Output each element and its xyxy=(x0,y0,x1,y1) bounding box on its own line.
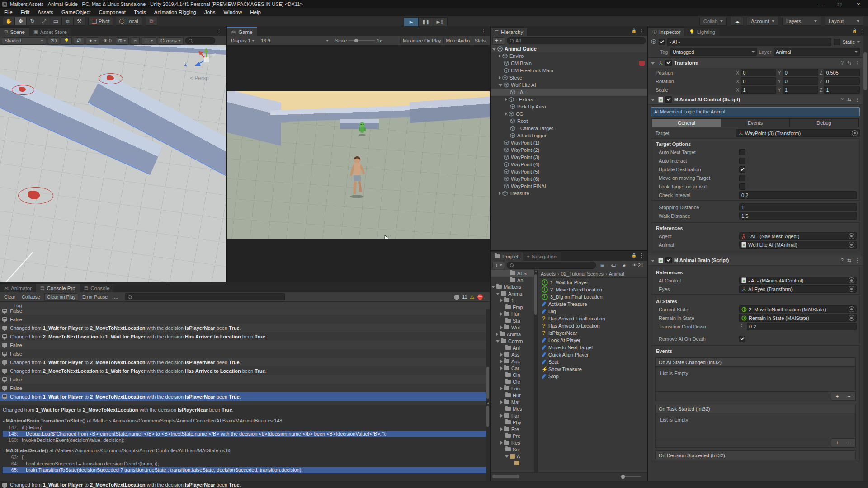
transform-position-z[interactable]: 0.505 xyxy=(824,69,860,76)
fold-arrow-icon[interactable] xyxy=(505,112,507,116)
project-file[interactable]: 2_MoveToNextLocation xyxy=(538,286,647,293)
tab-debug[interactable]: Debug xyxy=(790,119,859,127)
custom-tool-button[interactable]: ⚒ xyxy=(73,17,85,26)
help-icon[interactable]: ? xyxy=(841,258,844,263)
account-dropdown[interactable]: Account xyxy=(747,17,778,26)
fold-arrow-icon[interactable] xyxy=(492,48,496,51)
hierarchy-item[interactable]: - Extras - xyxy=(491,96,647,103)
hierarchy-item[interactable]: Wolf Lite AI xyxy=(491,81,647,89)
console-log-row[interactable]: False xyxy=(0,375,486,384)
project-tree-scrollbar[interactable]: ▲ xyxy=(534,270,538,473)
object-picker-icon[interactable] xyxy=(852,130,858,136)
transform-position-x[interactable]: 0 xyxy=(741,69,776,76)
fold-arrow-icon[interactable] xyxy=(505,455,509,458)
transform-tool-button[interactable]: ⧈ xyxy=(61,17,73,26)
object-picker-icon[interactable] xyxy=(849,233,854,239)
scene-lighting-toggle[interactable]: 💡 xyxy=(61,37,71,45)
fold-arrow-icon[interactable] xyxy=(500,387,503,390)
layers-dropdown[interactable]: Layers xyxy=(782,17,821,26)
search-by-label-icon[interactable]: 🏷 xyxy=(609,262,618,269)
source-code-line[interactable]: 147:if (debug) xyxy=(3,424,486,431)
remove-button[interactable]: − xyxy=(843,439,855,447)
object-picker-icon[interactable] xyxy=(849,286,854,292)
option-look-target-on-arrival-checkbox[interactable] xyxy=(739,183,745,190)
project-create-dropdown[interactable]: + xyxy=(492,262,505,269)
rect-tool-button[interactable]: ▭ xyxy=(50,17,61,26)
status-bar[interactable]: Changed from 1_Wait for Player to 2_Move… xyxy=(0,481,868,488)
tab-scene[interactable]: ⊞ Scene xyxy=(0,27,29,36)
scene-search-input[interactable] xyxy=(185,37,215,44)
fold-arrow-icon[interactable] xyxy=(505,98,507,101)
hierarchy-item[interactable]: - AI - xyxy=(491,89,647,96)
game-button-stats[interactable]: Stats xyxy=(472,38,488,44)
menu-tools[interactable]: Tools xyxy=(130,9,150,15)
hierarchy-item[interactable]: Steve xyxy=(491,74,647,81)
project-folder-item[interactable]: Hur xyxy=(491,310,538,317)
fold-arrow-icon[interactable] xyxy=(500,360,503,363)
hierarchy-item[interactable]: Treasure xyxy=(491,190,647,197)
stopping-distance-field[interactable]: 1 xyxy=(739,203,857,211)
lock-icon[interactable]: 🔒 xyxy=(852,28,857,33)
project-search-input[interactable] xyxy=(507,262,596,269)
project-folder-item[interactable]: Ass xyxy=(491,351,538,358)
active-checkbox[interactable] xyxy=(659,39,665,45)
option-auto-interact-checkbox[interactable] xyxy=(739,158,745,164)
transform-scale-y[interactable]: 1 xyxy=(783,86,818,94)
project-file[interactable]: ?Has Arrived to Location xyxy=(538,322,647,329)
fold-arrow-icon[interactable] xyxy=(500,427,503,431)
menu-assets[interactable]: Assets xyxy=(33,9,57,15)
agent-field[interactable]: - AI - (Nav Mesh Agent) xyxy=(739,232,857,240)
fold-arrow-icon[interactable] xyxy=(500,414,503,418)
project-folder-item[interactable]: Ani xyxy=(491,344,538,351)
fold-arrow-icon[interactable] xyxy=(500,353,503,357)
project-folder-item[interactable]: Ani xyxy=(491,277,538,283)
source-code-line[interactable]: 148: Debug.Log($"Changed from <B>{curren… xyxy=(3,431,486,437)
project-folder-item[interactable]: Hur xyxy=(491,392,538,399)
hierarchy-item[interactable]: Animal Guide xyxy=(491,45,647,52)
game-panel-menu-icon[interactable]: ⋮ xyxy=(481,28,486,34)
project-file[interactable]: Move to Next Target xyxy=(538,344,647,351)
collab-dropdown[interactable]: Collab xyxy=(699,17,727,26)
project-folder-item[interactable] xyxy=(491,460,538,466)
source-code-line[interactable]: 64: bool decisionSucceded = transition.d… xyxy=(3,460,486,467)
project-folder-item[interactable]: Res xyxy=(491,439,538,446)
tab-console-pro[interactable]: ▤Console Pro xyxy=(36,283,80,292)
scene-fx-dropdown[interactable]: ✦ xyxy=(86,37,99,45)
tab-console[interactable]: ▤Console xyxy=(80,283,114,292)
fold-arrow-icon[interactable] xyxy=(500,299,503,302)
inspector-scrollbar[interactable] xyxy=(863,36,868,481)
ai-control-script-header[interactable]: #M Animal AI Control (Script)?⇆⋮ xyxy=(648,94,863,105)
display-dropdown[interactable]: Display 1 xyxy=(229,38,257,44)
ai-control-script-enabled-checkbox[interactable] xyxy=(665,96,672,103)
tag-dropdown[interactable]: Untagged xyxy=(670,48,757,56)
option-auto-next-target-checkbox[interactable] xyxy=(739,149,745,155)
object-picker-icon[interactable] xyxy=(849,242,854,248)
hierarchy-item[interactable]: CG xyxy=(491,110,647,117)
kebab-icon[interactable]: ⋮ xyxy=(855,258,860,263)
layer-dropdown[interactable]: Animal xyxy=(774,48,860,56)
breadcrumb-current[interactable]: Animal xyxy=(609,271,624,277)
object-picker-icon[interactable] xyxy=(849,277,854,283)
transform-scale-x[interactable]: 1 xyxy=(741,86,776,94)
pause-button[interactable]: ❚❚ xyxy=(418,17,433,27)
transform-rotation-z[interactable]: 0 xyxy=(824,77,860,85)
horizontal-scrollbar[interactable] xyxy=(492,475,519,478)
game-button-maximize-on-play[interactable]: Maximize On Play xyxy=(400,38,443,44)
tab-asset-store[interactable]: ▣ Asset Store xyxy=(29,27,71,36)
fold-arrow-icon[interactable] xyxy=(499,76,501,80)
fold-arrow-icon[interactable] xyxy=(651,99,655,101)
scale-tool-button[interactable]: ⤢ xyxy=(38,17,50,26)
gizmos-dropdown[interactable]: Gizmos xyxy=(158,37,184,45)
console-log-row[interactable]: Changed from 2_MoveToNextLocation to 1_W… xyxy=(0,366,486,375)
scale-slider[interactable] xyxy=(348,40,375,41)
preset-icon[interactable]: ⇆ xyxy=(847,60,851,66)
remain-in-state-field[interactable]: Remain in State (MAIState) xyxy=(739,314,857,322)
warning-icon[interactable]: ⚠ xyxy=(470,294,474,300)
preset-icon[interactable]: ⇆ xyxy=(847,97,851,103)
hidden-packages-toggle[interactable]: 👁 21 xyxy=(630,262,646,269)
menu-gameobject[interactable]: GameObject xyxy=(57,9,95,15)
transform-component-header[interactable]: Transform?⇆⋮ xyxy=(648,57,863,68)
preset-icon[interactable]: ⇆ xyxy=(847,258,851,263)
fold-arrow-icon[interactable] xyxy=(500,312,503,316)
breadcrumb-folder[interactable]: 02_Tutorial Scenes xyxy=(561,271,604,277)
